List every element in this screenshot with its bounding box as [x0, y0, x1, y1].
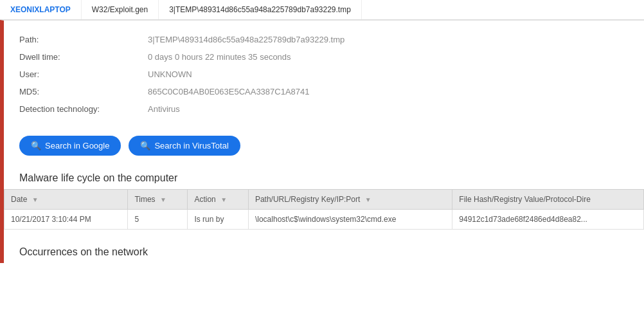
tab-exploit[interactable]: W32/Exploit.gen: [82, 0, 159, 19]
label-md5: MD5:: [19, 87, 148, 96]
col-header-action[interactable]: Action ▼: [188, 190, 249, 210]
value-user: UNKNOWN: [148, 69, 192, 79]
lifecycle-section-title: Malware life cycle on the computer: [4, 166, 644, 189]
header-tabs: XEONIXLAPTOP W32/Exploit.gen 3|TEMP\4893…: [0, 0, 644, 20]
label-user: User:: [19, 69, 148, 79]
detail-row-md5: MD5: 865C0C0B4AB0E063E5CAA3387C1A8741: [19, 83, 629, 100]
cell-hash: 94912c1d73ade68f2486ed4d8ea82...: [452, 210, 644, 230]
details-section: Path: 3|TEMP\489314d86c55a948a225789db7a…: [4, 21, 644, 128]
tab-hostname[interactable]: XEONIXLAPTOP: [0, 0, 82, 19]
lifecycle-table-container: Date ▼ Times ▼ Action ▼ Path/URL/Registr…: [4, 189, 644, 230]
value-detection: Antivirus: [148, 104, 180, 114]
detail-row-dwell: Dwell time: 0 days 0 hours 22 minutes 35…: [19, 48, 629, 66]
value-md5: 865C0C0B4AB0E063E5CAA3387C1A8741: [148, 87, 310, 96]
search-virustotal-button[interactable]: 🔍 Search in VirusTotal: [129, 136, 240, 156]
label-dwell: Dwell time:: [19, 52, 148, 62]
col-header-date[interactable]: Date ▼: [4, 190, 128, 210]
cell-date: 10/21/2017 3:10:44 PM: [4, 210, 128, 230]
cell-action: Is run by: [188, 210, 249, 230]
col-header-path[interactable]: Path/URL/Registry Key/IP:Port ▼: [248, 190, 452, 210]
label-detection: Detection technology:: [19, 104, 148, 114]
sort-icon-action: ▼: [220, 196, 227, 203]
label-path: Path:: [19, 35, 148, 44]
table-header-row: Date ▼ Times ▼ Action ▼ Path/URL/Registr…: [4, 190, 644, 210]
main-content: Path: 3|TEMP\489314d86c55a948a225789db7a…: [0, 20, 644, 263]
detail-row-path: Path: 3|TEMP\489314d86c55a948a225789db7a…: [19, 31, 629, 48]
search-google-button[interactable]: 🔍 Search in Google: [19, 136, 121, 156]
col-header-times[interactable]: Times ▼: [128, 190, 188, 210]
table-row: 10/21/2017 3:10:44 PM 5 Is run by \local…: [4, 210, 644, 230]
sort-icon-date: ▼: [32, 196, 39, 203]
search-icon-google: 🔍: [31, 141, 41, 150]
col-header-hash[interactable]: File Hash/Registry Value/Protocol-Dire: [452, 190, 644, 210]
lifecycle-table: Date ▼ Times ▼ Action ▼ Path/URL/Registr…: [4, 189, 644, 230]
buttons-row: 🔍 Search in Google 🔍 Search in VirusTota…: [4, 128, 644, 166]
detail-row-user: User: UNKNOWN: [19, 66, 629, 83]
occurrences-section-title: Occurrences on the network: [4, 240, 644, 263]
sort-icon-path: ▼: [365, 196, 371, 203]
search-icon-virustotal: 🔍: [140, 141, 150, 150]
value-dwell: 0 days 0 hours 22 minutes 35 seconds: [148, 52, 291, 62]
cell-path: \localhost\c$\windows\system32\cmd.exe: [248, 210, 452, 230]
search-virustotal-label: Search in VirusTotal: [154, 141, 228, 150]
tab-path[interactable]: 3|TEMP\489314d86c55a948a225789db7a93229.…: [159, 0, 362, 19]
search-google-label: Search in Google: [45, 141, 109, 150]
detail-row-detection: Detection technology: Antivirus: [19, 100, 629, 118]
value-path: 3|TEMP\489314d86c55a948a225789db7a93229.…: [148, 35, 344, 44]
sort-icon-times: ▼: [160, 196, 166, 203]
cell-times: 5: [128, 210, 188, 230]
